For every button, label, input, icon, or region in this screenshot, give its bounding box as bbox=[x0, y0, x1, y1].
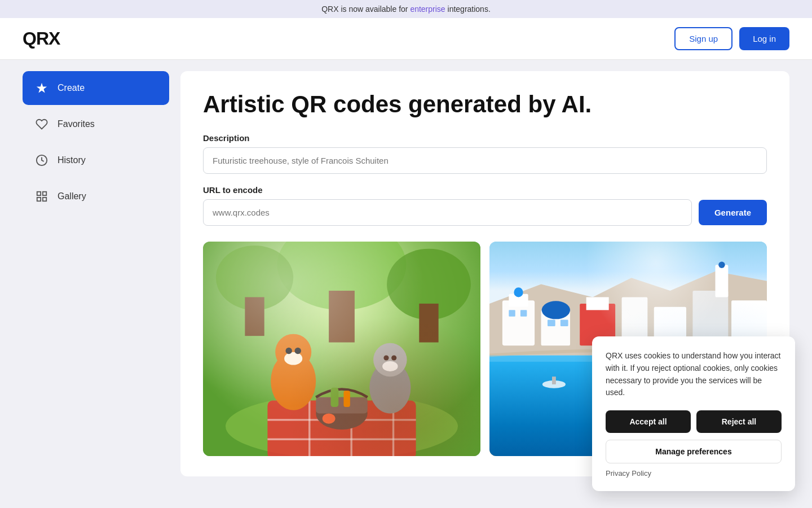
top-banner: QRX is now available for enterprise inte… bbox=[0, 0, 812, 18]
svg-rect-60 bbox=[715, 265, 728, 297]
svg-rect-41 bbox=[502, 300, 535, 345]
sparkle-icon bbox=[34, 80, 50, 96]
sidebar-item-gallery-label: Gallery bbox=[58, 191, 86, 202]
sidebar-item-gallery[interactable]: Gallery bbox=[23, 179, 169, 213]
cookie-banner: QRX uses cookies to understand how you i… bbox=[592, 336, 795, 491]
svg-point-27 bbox=[373, 343, 407, 376]
svg-rect-5 bbox=[203, 242, 480, 456]
svg-rect-42 bbox=[509, 294, 528, 307]
svg-rect-4 bbox=[37, 198, 41, 201]
svg-point-28 bbox=[379, 347, 388, 360]
svg-rect-52 bbox=[509, 310, 515, 317]
svg-point-12 bbox=[226, 394, 458, 456]
clock-icon bbox=[34, 152, 50, 168]
svg-point-24 bbox=[285, 348, 292, 354]
heart-icon bbox=[34, 116, 50, 132]
svg-point-26 bbox=[369, 362, 411, 414]
svg-rect-50 bbox=[692, 291, 728, 343]
enterprise-link[interactable]: enterprise bbox=[410, 5, 445, 14]
url-row: Generate bbox=[203, 199, 767, 226]
url-label: URL to encode bbox=[203, 185, 767, 195]
svg-rect-44 bbox=[541, 310, 570, 346]
image-card-forest bbox=[203, 242, 480, 456]
sidebar-item-favorites[interactable]: Favorites bbox=[23, 107, 169, 141]
manage-preferences-button[interactable]: Manage preferences bbox=[606, 440, 782, 463]
svg-rect-55 bbox=[561, 320, 568, 326]
svg-rect-7 bbox=[329, 291, 355, 343]
svg-point-56 bbox=[542, 380, 566, 388]
svg-rect-1 bbox=[37, 192, 41, 195]
banner-text-before: QRX is now available for bbox=[321, 5, 410, 14]
svg-point-8 bbox=[216, 246, 293, 310]
svg-point-22 bbox=[294, 338, 304, 353]
svg-point-32 bbox=[391, 356, 396, 361]
svg-point-29 bbox=[392, 347, 401, 360]
generate-button[interactable]: Generate bbox=[699, 200, 767, 225]
grid-icon bbox=[34, 189, 50, 204]
svg-point-23 bbox=[284, 352, 302, 365]
svg-point-10 bbox=[387, 249, 471, 320]
svg-point-33 bbox=[316, 397, 368, 430]
svg-rect-53 bbox=[520, 310, 527, 317]
svg-point-20 bbox=[275, 334, 311, 370]
privacy-policy-link[interactable]: Privacy Policy bbox=[606, 469, 782, 478]
sidebar-item-create-label: Create bbox=[58, 83, 85, 93]
description-label: Description bbox=[203, 133, 767, 143]
svg-rect-54 bbox=[548, 320, 555, 326]
svg-rect-2 bbox=[43, 192, 46, 195]
svg-point-45 bbox=[542, 301, 570, 319]
svg-rect-35 bbox=[331, 388, 339, 407]
svg-point-31 bbox=[383, 356, 389, 361]
svg-rect-57 bbox=[552, 376, 556, 384]
sidebar-item-history-label: History bbox=[58, 155, 86, 165]
header: QRX Sign up Log in bbox=[0, 18, 812, 60]
url-input[interactable] bbox=[203, 199, 692, 226]
sidebar-item-create[interactable]: Create bbox=[23, 71, 169, 105]
description-input[interactable] bbox=[203, 147, 767, 174]
sidebar-item-history[interactable]: History bbox=[23, 143, 169, 177]
logo: QRX bbox=[23, 28, 60, 49]
svg-point-21 bbox=[282, 338, 292, 353]
svg-rect-13 bbox=[267, 401, 416, 456]
cookie-action-buttons: Accept all Reject all bbox=[606, 410, 782, 433]
sidebar: Create Favorites History Gallery bbox=[23, 71, 169, 476]
svg-point-19 bbox=[271, 352, 316, 410]
svg-rect-9 bbox=[245, 297, 264, 336]
reject-all-button[interactable]: Reject all bbox=[696, 410, 782, 433]
svg-rect-47 bbox=[586, 297, 609, 310]
svg-rect-43 bbox=[514, 287, 523, 297]
svg-rect-36 bbox=[343, 391, 350, 408]
svg-point-30 bbox=[382, 361, 398, 371]
sidebar-item-favorites-label: Favorites bbox=[58, 119, 95, 129]
login-button[interactable]: Log in bbox=[739, 27, 789, 50]
svg-point-25 bbox=[294, 348, 301, 354]
svg-point-6 bbox=[277, 242, 407, 310]
svg-rect-34 bbox=[316, 397, 368, 414]
svg-rect-61 bbox=[718, 262, 725, 268]
svg-rect-3 bbox=[43, 198, 46, 201]
signup-button[interactable]: Sign up bbox=[674, 27, 732, 50]
banner-text-after: integrations. bbox=[445, 5, 491, 14]
page-title: Artistic QR codes generated by AI. bbox=[203, 91, 767, 117]
accept-all-button[interactable]: Accept all bbox=[606, 410, 691, 433]
header-buttons: Sign up Log in bbox=[674, 27, 789, 50]
svg-point-37 bbox=[323, 414, 336, 424]
cookie-message: QRX uses cookies to understand how you i… bbox=[606, 350, 782, 399]
svg-rect-11 bbox=[419, 304, 438, 343]
